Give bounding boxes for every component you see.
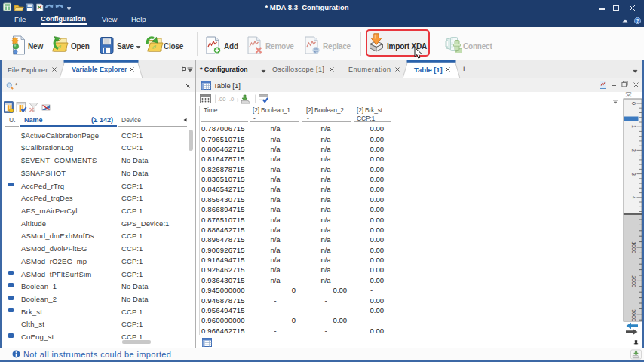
svg-text:4: 4 — [631, 196, 636, 199]
svg-text:1: 1 — [631, 125, 636, 128]
svg-text:?: ? — [636, 18, 639, 23]
svg-text:[s]: [s] — [626, 92, 632, 97]
svg-text:2000: 2000 — [631, 275, 636, 287]
svg-text:0: 0 — [631, 102, 636, 105]
svg-text:3: 3 — [631, 173, 636, 176]
svg-text:2: 2 — [631, 149, 636, 152]
svg-text:1000: 1000 — [631, 241, 636, 253]
svg-text:.00: .00 — [218, 96, 225, 103]
svg-text:.0: .0 — [229, 96, 234, 103]
svg-text:3000: 3000 — [631, 309, 636, 321]
